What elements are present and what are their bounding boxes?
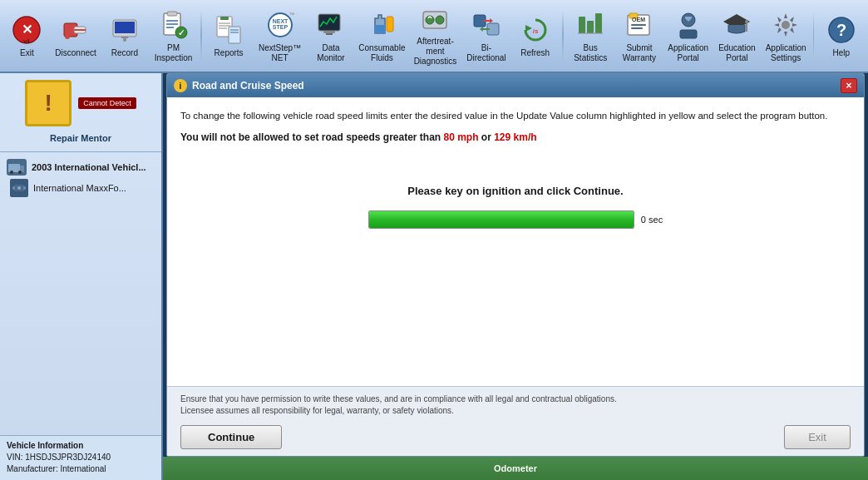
svg-rect-54: [631, 27, 643, 29]
separator-1: [200, 11, 202, 61]
separator-2: [562, 11, 564, 61]
exit-dialog-button[interactable]: Exit: [784, 425, 851, 449]
svg-text:OEM: OEM: [632, 17, 645, 22]
cannot-detect-badge: Cannot Detect: [78, 97, 136, 109]
repair-mentor-label: Repair Mentor: [50, 133, 111, 143]
toolbar: ✕ v4 Exit Disconnect Record: [0, 0, 868, 73]
settings-label: Application Settings: [765, 43, 807, 63]
record-icon: [108, 13, 141, 47]
svg-rect-19: [220, 17, 229, 20]
dialog-title-icon: i: [174, 79, 187, 92]
svg-marker-41: [490, 18, 493, 23]
svg-rect-23: [229, 27, 240, 43]
vehicle-row: 2003 International Vehicl...: [7, 159, 155, 176]
continue-button[interactable]: Continue: [180, 425, 282, 449]
reports-icon: [212, 13, 245, 47]
pm-label: PM Inspection: [152, 43, 195, 63]
svg-text:STEP: STEP: [272, 24, 288, 30]
svg-text:?: ?: [836, 21, 846, 39]
speed-mph: 80 mph: [444, 131, 479, 143]
svg-marker-44: [525, 25, 532, 32]
education-portal-button[interactable]: Education Portal: [713, 3, 761, 68]
refresh-icon: /s: [519, 13, 552, 47]
disconnect-icon: [59, 13, 92, 47]
svg-rect-10: [121, 37, 128, 38]
separator-3: [813, 11, 815, 61]
disclaimer-line2: Licensee assumes all responsibility for …: [180, 406, 454, 415]
reports-label: Reports: [215, 48, 244, 58]
pm-inspection-button[interactable]: ✓ PM Inspection: [150, 3, 197, 68]
refresh-button[interactable]: /s Refresh: [511, 3, 559, 68]
vin-label: VIN:: [7, 453, 22, 462]
svg-point-58: [745, 20, 748, 23]
svg-point-69: [17, 186, 21, 190]
data-monitor-button[interactable]: Data Monitor: [308, 3, 355, 68]
exit-icon: ✕ v4: [10, 13, 43, 47]
ignition-message: Please key on ignition and click Continu…: [407, 185, 623, 197]
reports-button[interactable]: Reports: [205, 3, 253, 68]
bidirectional-icon: [470, 8, 503, 42]
help-label: Help: [832, 48, 850, 58]
aftertreatment-label: Aftertreat­mentDiagnostics: [412, 37, 458, 67]
disconnect-button[interactable]: Disconnect: [52, 3, 100, 68]
progress-label: 0 sec: [641, 215, 663, 225]
refresh-label: Refresh: [520, 48, 550, 58]
warning-icon: !: [25, 80, 72, 126]
svg-rect-67: [12, 186, 15, 190]
main-area: i Road and Cruise Speed × To change the …: [163, 73, 868, 457]
svg-text:v4: v4: [24, 38, 31, 44]
svg-rect-31: [323, 31, 335, 33]
dialog-content: To change the following vehicle road spe…: [167, 97, 864, 386]
application-settings-button[interactable]: Application Settings: [762, 3, 810, 68]
svg-rect-34: [387, 17, 393, 32]
bus-statistics-button[interactable]: Bus Statistics: [567, 3, 614, 68]
submit-warranty-button[interactable]: OEM Submit Warranty: [616, 3, 663, 68]
vehicle-truck-icon: [7, 159, 27, 176]
help-button[interactable]: ? Help: [817, 3, 865, 68]
svg-rect-47: [587, 21, 594, 33]
bottom-bar: Odometer: [163, 457, 868, 480]
progress-container: 0 sec: [368, 210, 663, 229]
svg-point-60: [782, 21, 790, 29]
svg-rect-48: [595, 13, 602, 33]
svg-rect-46: [579, 17, 585, 33]
svg-text:✓: ✓: [178, 28, 185, 37]
svg-rect-32: [326, 33, 333, 35]
bidirectional-button[interactable]: Bi-Directional: [463, 3, 510, 68]
svg-point-6: [65, 34, 70, 39]
svg-text:✕: ✕: [22, 22, 32, 37]
engine-icon: [10, 179, 28, 197]
svg-rect-33: [375, 25, 385, 33]
pm-icon: ✓: [157, 8, 190, 42]
dialog-footer: Ensure that you have permission to write…: [167, 386, 864, 456]
manufacturer-row: Manufacturer: International: [7, 463, 156, 475]
svg-point-64: [10, 171, 13, 174]
consumable-fluids-button[interactable]: Consumable Fluids: [356, 3, 407, 68]
warranty-icon: OEM: [623, 8, 656, 42]
vin-value: 1HSDJSJPR3DJ24140: [25, 453, 111, 462]
warning-middle: or: [479, 131, 495, 143]
nextstep-button[interactable]: NEXT STEP ™ NextStep™NET: [254, 3, 305, 68]
app-portal-label: Application Portal: [667, 43, 709, 63]
svg-rect-68: [23, 186, 26, 190]
progress-bar-outer: [368, 210, 634, 229]
svg-text:NEXT: NEXT: [272, 18, 288, 24]
record-label: Record: [111, 48, 138, 58]
data-monitor-icon: [314, 8, 348, 42]
bidirectional-label: Bi-Directional: [466, 43, 508, 63]
bus-statistics-label: Bus Statistics: [570, 43, 612, 63]
bus-icon: [574, 8, 607, 42]
dialog-close-button[interactable]: ×: [841, 78, 857, 93]
vehicle-name: 2003 International Vehicl...: [32, 162, 146, 172]
exit-button[interactable]: ✕ v4 Exit: [3, 3, 51, 68]
disclaimer-line1: Ensure that you have permission to write…: [180, 394, 617, 403]
road-cruise-speed-dialog: i Road and Cruise Speed × To change the …: [166, 73, 865, 457]
app-portal-button[interactable]: Application Portal: [664, 3, 712, 68]
aftertreatment-button[interactable]: Aftertreat­mentDiagnostics: [409, 3, 461, 68]
svg-text:™: ™: [289, 12, 294, 17]
record-button[interactable]: Record: [101, 3, 148, 68]
education-label: Education Portal: [716, 43, 758, 63]
progress-bar-inner: [369, 211, 634, 228]
footer-disclaimer: Ensure that you have permission to write…: [180, 393, 851, 417]
dialog-titlebar: i Road and Cruise Speed ×: [167, 74, 864, 97]
